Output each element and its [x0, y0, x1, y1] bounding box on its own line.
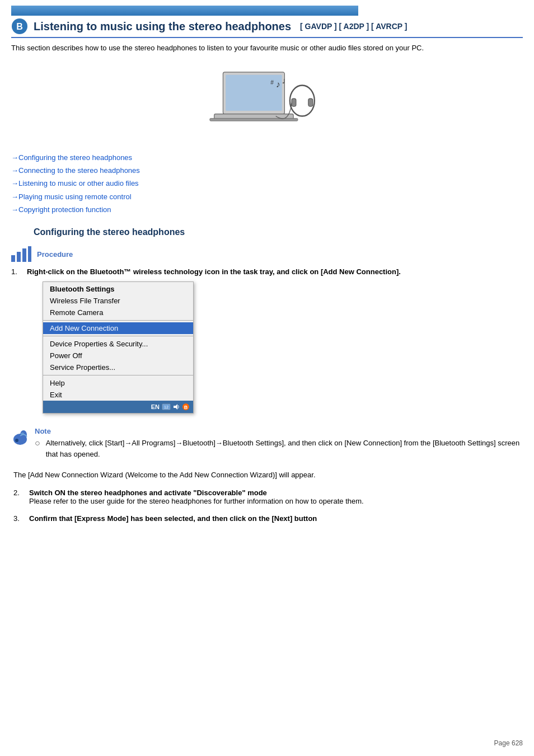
- page-title-tags: [ GAVDP ] [ A2DP ] [ AVRCP ]: [300, 22, 407, 31]
- taskbar-icon-2: [172, 403, 180, 411]
- note-list: ○ Alternatively, click [Start]→All Progr…: [35, 438, 523, 459]
- laptop-illustration: ♪ ♩ #: [205, 62, 329, 140]
- menu-item-power-off: Power Off: [43, 350, 193, 361]
- menu-item-help: Help: [43, 377, 193, 389]
- link-item-1[interactable]: →Configuring the stereo headphones: [11, 151, 523, 164]
- step-2-content: Switch ON the stereo headphones and acti…: [29, 489, 523, 505]
- svg-rect-14: [22, 248, 26, 262]
- menu-item-exit: Exit: [43, 389, 193, 401]
- note-text-1: Alternatively, click [Start]→All Program…: [46, 438, 523, 459]
- menu-item-wireless-transfer: Wireless File Transfer: [43, 295, 193, 307]
- menu-item-service-props: Service Properties...: [43, 361, 193, 373]
- top-bar: [11, 6, 358, 16]
- link-item-4[interactable]: →Playing music using remote control: [11, 190, 523, 203]
- step-2-bold: Switch ON the stereo headphones and acti…: [29, 489, 523, 497]
- step-2-number: 2.: [13, 489, 25, 505]
- menu-separator-2: [43, 336, 193, 336]
- procedure-label: Procedure: [37, 250, 73, 259]
- svg-text:♪: ♪: [276, 79, 280, 89]
- svg-point-23: [15, 439, 18, 442]
- taskbar: EN 12: [43, 401, 193, 413]
- svg-rect-12: [11, 255, 15, 262]
- section-heading: Configuring the stereo headphones: [34, 227, 523, 237]
- step-3-number: 3.: [13, 514, 25, 523]
- svg-text:B: B: [16, 22, 23, 31]
- step-3-bold: Confirm that [Express Mode] has been sel…: [29, 514, 317, 523]
- link-connect[interactable]: →Connecting to the stereo headphones: [11, 166, 140, 175]
- step-2: 2. Switch ON the stereo headphones and a…: [13, 489, 523, 505]
- taskbar-bluetooth-icon: B: [182, 403, 190, 411]
- bluetooth-header-icon: B: [11, 18, 28, 35]
- steps-list-2: 2. Switch ON the stereo headphones and a…: [13, 489, 523, 523]
- note-bullet-1: ○: [35, 436, 40, 459]
- page-description: This section describes how to use the st…: [11, 43, 523, 54]
- step-1: 1. Right-click on the Bluetooth™ wireles…: [11, 267, 523, 419]
- note-content: Note ○ Alternatively, click [Start]→All …: [35, 427, 523, 462]
- svg-text:#: #: [270, 79, 274, 85]
- taskbar-icons: 12 B: [162, 402, 190, 411]
- page-title: Listening to music using the stereo head…: [34, 20, 291, 33]
- step-1-number: 1.: [11, 267, 22, 419]
- svg-point-24: [21, 433, 24, 435]
- page-header: B Listening to music using the stereo he…: [11, 18, 523, 38]
- link-copyright[interactable]: →Copyright protection function: [11, 205, 111, 214]
- links-list: →Configuring the stereo headphones →Conn…: [11, 151, 523, 217]
- taskbar-icon-1: 12: [162, 402, 171, 411]
- menu-separator-1: [43, 320, 193, 321]
- steps-list: 1. Right-click on the Bluetooth™ wireles…: [11, 267, 523, 419]
- link-listen[interactable]: →Listening to music or other audio files: [11, 179, 139, 187]
- svg-text:12: 12: [164, 405, 168, 409]
- svg-rect-5: [210, 118, 298, 121]
- note-label: Note: [35, 427, 523, 435]
- note-list-item-1: ○ Alternatively, click [Start]→All Progr…: [35, 438, 523, 459]
- illustration-area: ♪ ♩ #: [11, 62, 523, 140]
- menu-item-device-props: Device Properties & Security...: [43, 338, 193, 350]
- svg-rect-10: [308, 98, 313, 106]
- link-item-2[interactable]: →Connecting to the stereo headphones: [11, 164, 523, 177]
- menu-item-add-connection[interactable]: Add New Connection: [43, 322, 193, 334]
- procedure-icon: [11, 246, 31, 262]
- step-3-content: Confirm that [Express Mode] has been sel…: [29, 514, 523, 523]
- step-1-content: Right-click on the Bluetooth™ wireless t…: [27, 267, 523, 419]
- menu-item-remote-camera: Remote Camera: [43, 307, 193, 318]
- menu-item-bluetooth-settings: Bluetooth Settings: [43, 282, 193, 295]
- svg-marker-18: [174, 404, 177, 410]
- svg-rect-13: [17, 252, 21, 262]
- note-icon: [11, 428, 29, 446]
- procedure-header: Procedure: [11, 246, 523, 262]
- link-play[interactable]: →Playing music using remote control: [11, 192, 132, 201]
- link-item-3[interactable]: →Listening to music or other audio files: [11, 177, 523, 190]
- link-item-5[interactable]: →Copyright protection function: [11, 203, 523, 216]
- context-menu: Bluetooth Settings Wireless File Transfe…: [43, 281, 194, 414]
- page-number: Page 628: [494, 739, 523, 747]
- link-configure[interactable]: →Configuring the stereo headphones: [11, 153, 132, 162]
- step-1-text: Right-click on the Bluetooth™ wireless t…: [27, 267, 401, 276]
- note-container: Note ○ Alternatively, click [Start]→All …: [11, 427, 523, 462]
- svg-text:♩: ♩: [283, 77, 285, 84]
- menu-separator-3: [43, 375, 193, 375]
- svg-rect-15: [28, 246, 31, 262]
- step-3: 3. Confirm that [Express Mode] has been …: [13, 514, 523, 523]
- taskbar-en-text: EN: [151, 403, 160, 410]
- procedure-container: Procedure 1. Right-click on the Bluetoot…: [11, 246, 523, 419]
- step-2-normal: Please refer to the user guide for the s…: [29, 497, 523, 505]
- wizard-text: The [Add New Connection Wizard (Welcome …: [13, 469, 523, 481]
- svg-rect-9: [292, 98, 296, 106]
- svg-text:B: B: [184, 405, 188, 410]
